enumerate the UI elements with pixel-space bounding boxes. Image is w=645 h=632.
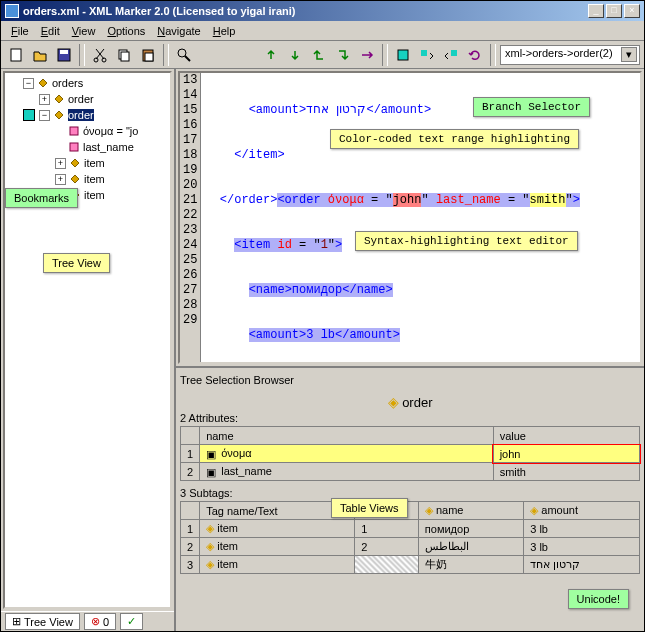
titlebar: orders.xml - XML Marker 2.0 (Licensed to… (1, 1, 644, 21)
tree-pane: − orders + order − order όνομα = "jo (1, 69, 176, 631)
browser-title: Tree Selection Browser (180, 372, 640, 392)
expand-icon[interactable]: − (39, 110, 50, 121)
diamond-icon: ◈ (425, 504, 433, 516)
expand-icon[interactable]: + (39, 94, 50, 105)
svg-point-9 (178, 49, 186, 57)
svg-line-10 (185, 56, 190, 61)
diamond-icon: ◈ (530, 504, 538, 516)
callout-color: Color-coded text range highlighting (330, 129, 579, 149)
status-tab-treeview[interactable]: ⊞Tree View (5, 613, 80, 630)
code-editor[interactable]: 1314151617181920212223242526272829 <amou… (178, 71, 642, 364)
expand-icon[interactable]: + (55, 158, 66, 169)
tree-view[interactable]: − orders + order − order όνομα = "jo (3, 71, 172, 609)
svg-rect-6 (121, 52, 129, 61)
new-button[interactable] (5, 44, 27, 66)
find-button[interactable] (173, 44, 195, 66)
callout-syntax: Syntax-highlighting text editor (355, 231, 578, 251)
minimize-button[interactable]: _ (588, 4, 604, 18)
menubar: File Edit View Options Navigate Help (1, 21, 644, 41)
diamond-icon (68, 156, 82, 170)
open-button[interactable] (29, 44, 51, 66)
close-button[interactable]: × (624, 4, 640, 18)
menu-view[interactable]: View (66, 23, 102, 38)
status-tab-errors[interactable]: ⊗0 (84, 613, 116, 630)
browser-heading: ◈ order (180, 392, 640, 412)
toolbar: xml->orders->order(2) (1, 41, 644, 69)
attr-icon: ▣ (206, 466, 218, 478)
svg-rect-15 (70, 143, 78, 151)
svg-rect-13 (451, 50, 457, 56)
expand-icon[interactable]: − (23, 78, 34, 89)
menu-file[interactable]: File (5, 23, 35, 38)
table-row: 3◈ item牛奶קרטון אחד (181, 556, 640, 574)
tree-item-label[interactable]: last_name (83, 141, 134, 153)
attr-icon (67, 140, 81, 154)
bookmark-icon[interactable] (23, 109, 35, 121)
callout-unicode: Unicode! (568, 589, 629, 609)
diamond-icon: ◈ (206, 558, 214, 570)
tree-item-label[interactable]: item (84, 189, 105, 201)
diamond-icon (52, 108, 66, 122)
subtags-table[interactable]: Tag name/Text▣ id◈ name◈ amount 1◈ item1… (180, 501, 640, 574)
callout-tableviews: Table Views (331, 498, 408, 518)
svg-rect-0 (11, 49, 21, 61)
callout-branch: Branch Selector (473, 97, 590, 117)
line-gutter: 1314151617181920212223242526272829 (180, 73, 201, 362)
menu-options[interactable]: Options (101, 23, 151, 38)
save-button[interactable] (53, 44, 75, 66)
table-row: 1▣ όνομαjohn (181, 445, 640, 463)
callout-treeview: Tree View (43, 253, 110, 273)
svg-rect-8 (145, 53, 153, 61)
error-icon: ⊗ (91, 615, 100, 628)
svg-rect-14 (70, 127, 78, 135)
attr-icon (67, 124, 81, 138)
attrs-label: 2 Attributes: (180, 412, 640, 424)
tree-icon: ⊞ (12, 615, 21, 628)
diamond-icon: ◈ (388, 394, 399, 410)
diamond-icon: ◈ (206, 522, 214, 534)
nav-child[interactable] (332, 44, 354, 66)
diamond-icon (36, 76, 50, 90)
table-row: 1◈ item1помидор3 lb (181, 520, 640, 538)
branch-selector[interactable]: xml->orders->order(2) (500, 45, 640, 65)
menu-edit[interactable]: Edit (35, 23, 66, 38)
nav-prev-sibling[interactable] (260, 44, 282, 66)
diamond-icon (52, 92, 66, 106)
bookmark-toggle[interactable] (392, 44, 414, 66)
table-row: 2▣ last_namesmith (181, 463, 640, 481)
window-title: orders.xml - XML Marker 2.0 (Licensed to… (23, 5, 588, 17)
diamond-icon (68, 172, 82, 186)
svg-rect-2 (60, 50, 68, 54)
nav-parent[interactable] (308, 44, 330, 66)
menu-help[interactable]: Help (207, 23, 242, 38)
status-tab-extra[interactable]: ✓ (120, 613, 143, 630)
expand-icon[interactable]: + (55, 174, 66, 185)
attributes-table[interactable]: namevalue 1▣ όνομαjohn 2▣ last_namesmith (180, 426, 640, 481)
status-bar: ⊞Tree View ⊗0 ✓ (1, 611, 174, 631)
menu-navigate[interactable]: Navigate (151, 23, 206, 38)
maximize-button[interactable]: □ (606, 4, 622, 18)
table-row: 2◈ item2البطاطس3 lb (181, 538, 640, 556)
tree-item-label[interactable]: item (84, 157, 105, 169)
bookmark-prev[interactable] (416, 44, 438, 66)
tree-item-label[interactable]: orders (52, 77, 83, 89)
bookmark-next[interactable] (440, 44, 462, 66)
callout-bookmarks: Bookmarks (5, 188, 78, 208)
tree-item-label[interactable]: όνομα = "jo (83, 125, 138, 137)
attr-icon: ▣ (206, 448, 218, 460)
nav-next-sibling[interactable] (284, 44, 306, 66)
check-icon: ✓ (127, 615, 136, 628)
diamond-icon: ◈ (206, 540, 214, 552)
copy-button[interactable] (113, 44, 135, 66)
cut-button[interactable] (89, 44, 111, 66)
refresh-button[interactable] (464, 44, 486, 66)
tree-item-label[interactable]: order (68, 93, 94, 105)
svg-rect-11 (398, 50, 408, 60)
svg-rect-12 (421, 50, 427, 56)
tree-item-label[interactable]: item (84, 173, 105, 185)
app-icon (5, 4, 19, 18)
selection-browser: Tree Selection Browser ◈ order 2 Attribu… (176, 366, 644, 631)
paste-button[interactable] (137, 44, 159, 66)
tree-item-label[interactable]: order (68, 109, 94, 121)
nav-root[interactable] (356, 44, 378, 66)
